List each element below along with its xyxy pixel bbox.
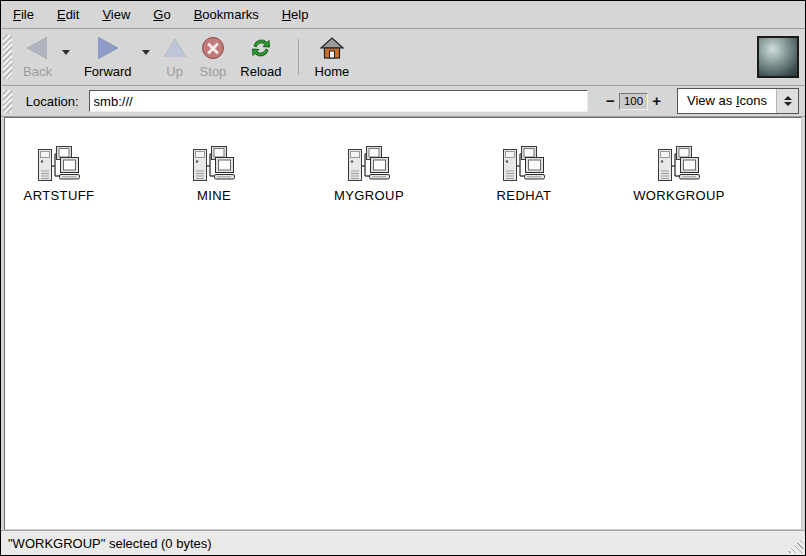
dropdown-arrows-icon xyxy=(776,89,798,113)
back-history-dropdown[interactable] xyxy=(59,50,73,55)
icon-label: MYGROUP xyxy=(334,188,404,203)
reload-icon xyxy=(249,35,273,61)
workgroup-item-workgroup[interactable]: WORKGROUP xyxy=(626,145,732,203)
toolbar-drag-handle[interactable] xyxy=(3,35,12,79)
menu-view[interactable]: View xyxy=(94,3,138,26)
view-as-dropdown[interactable]: View as Icons xyxy=(677,88,799,114)
zoom-in-button[interactable]: + xyxy=(648,92,665,110)
view-as-dropdown-label: View as Icons xyxy=(678,89,776,113)
chevron-down-icon xyxy=(62,50,70,55)
reload-button[interactable]: Reload xyxy=(233,31,288,83)
location-label: Location: xyxy=(26,94,79,109)
icon-label: MINE xyxy=(197,188,231,203)
forward-button-label: Forward xyxy=(84,64,132,79)
icon-label: REDHAT xyxy=(497,188,552,203)
stop-button[interactable]: Stop xyxy=(193,31,234,83)
menubar: File Edit View Go Bookmarks Help xyxy=(1,1,805,29)
toolbar-separator xyxy=(298,39,299,75)
network-workgroup-icon xyxy=(191,145,237,185)
up-button-label: Up xyxy=(166,64,183,79)
workgroup-item-mygroup[interactable]: MYGROUP xyxy=(316,145,422,203)
network-workgroup-icon xyxy=(656,145,702,185)
locationbar-drag-handle[interactable] xyxy=(3,90,12,113)
location-bar: Location: − 100 + View as Icons xyxy=(1,86,805,117)
up-button[interactable]: Up xyxy=(157,31,193,83)
forward-arrow-icon xyxy=(98,35,118,61)
stop-button-label: Stop xyxy=(200,64,227,79)
home-icon xyxy=(319,35,345,61)
network-workgroup-icon xyxy=(346,145,392,185)
chevron-down-icon xyxy=(142,50,150,55)
back-button-label: Back xyxy=(23,64,52,79)
menu-bookmarks[interactable]: Bookmarks xyxy=(186,3,267,26)
workgroup-item-redhat[interactable]: REDHAT xyxy=(471,145,577,203)
back-arrow-icon xyxy=(27,35,47,61)
menu-file[interactable]: File xyxy=(5,3,42,26)
up-arrow-icon xyxy=(164,35,186,61)
menu-help[interactable]: Help xyxy=(274,3,317,26)
icon-grid: ARTSTUFF MINE xyxy=(6,145,801,203)
workgroup-item-mine[interactable]: MINE xyxy=(161,145,267,203)
resize-grip[interactable] xyxy=(787,537,803,553)
status-bar: "WORKGROUP" selected (0 bytes) xyxy=(1,530,805,555)
back-button[interactable]: Back xyxy=(16,31,59,83)
zoom-out-button[interactable]: − xyxy=(602,92,619,110)
network-workgroup-icon xyxy=(36,145,82,185)
workgroup-item-artstuff[interactable]: ARTSTUFF xyxy=(6,145,112,203)
icon-label: WORKGROUP xyxy=(633,188,725,203)
reload-button-label: Reload xyxy=(240,64,281,79)
home-button[interactable]: Home xyxy=(308,31,357,83)
icon-label: ARTSTUFF xyxy=(24,188,95,203)
menu-go[interactable]: Go xyxy=(145,3,178,26)
forward-history-dropdown[interactable] xyxy=(139,50,153,55)
stop-icon xyxy=(202,35,224,61)
location-input[interactable] xyxy=(89,90,588,112)
status-text: "WORKGROUP" selected (0 bytes) xyxy=(8,536,212,551)
zoom-level-indicator[interactable]: 100 xyxy=(619,93,649,110)
home-button-label: Home xyxy=(315,64,350,79)
icon-view-pane[interactable]: ARTSTUFF MINE xyxy=(4,117,802,530)
toolbar: Back Forward Up Stop Reload xyxy=(1,29,805,86)
forward-button[interactable]: Forward xyxy=(77,31,139,83)
network-workgroup-icon xyxy=(501,145,547,185)
menu-edit[interactable]: Edit xyxy=(49,3,87,26)
nautilus-throbber-icon[interactable] xyxy=(757,36,799,78)
